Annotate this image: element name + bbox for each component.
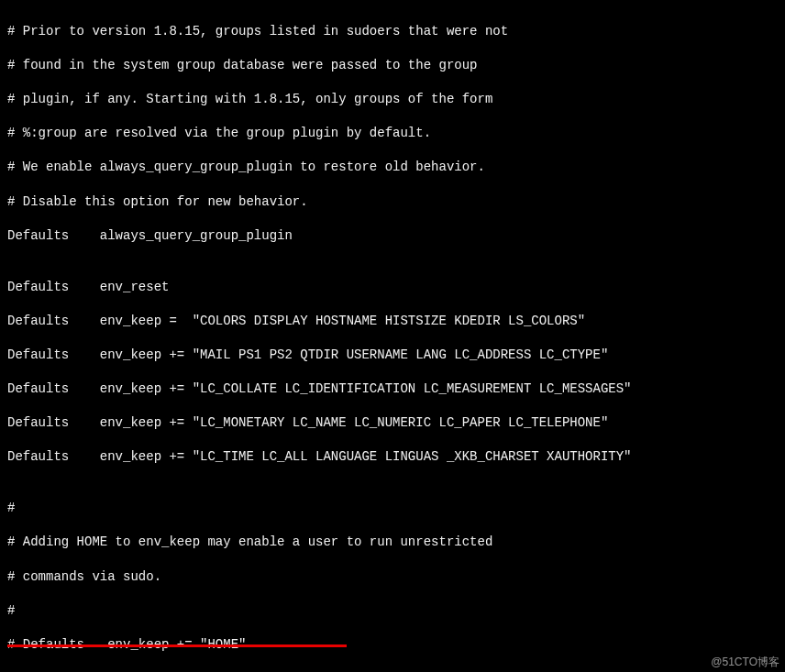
config-line: # commands via sudo. bbox=[7, 568, 778, 586]
config-line: # %:group are resolved via the group plu… bbox=[7, 125, 778, 142]
config-line: # Adding HOME to env_keep may enable a u… bbox=[7, 534, 778, 551]
config-line: Defaults env_keep += "MAIL PS1 PS2 QTDIR… bbox=[7, 347, 778, 364]
config-line: Defaults env_reset bbox=[7, 279, 778, 296]
config-line: Defaults env_keep += "LC_TIME LC_ALL LAN… bbox=[7, 448, 778, 466]
annotation-underline bbox=[7, 644, 347, 647]
config-line: # Prior to version 1.8.15, groups listed… bbox=[7, 23, 778, 40]
config-line: # Disable this option for new behavior. bbox=[7, 193, 778, 211]
config-line: # plugin, if any. Starting with 1.8.15, … bbox=[7, 91, 778, 108]
config-line: Defaults env_keep += "LC_MONETARY LC_NAM… bbox=[7, 414, 778, 432]
config-line: # found in the system group database wer… bbox=[7, 57, 778, 74]
watermark: @51CTO博客 bbox=[711, 655, 779, 670]
config-line: # bbox=[7, 602, 778, 620]
terminal-editor[interactable]: # Prior to version 1.8.15, groups listed… bbox=[0, 0, 785, 672]
config-line: # bbox=[7, 500, 778, 517]
config-line: Defaults env_keep = "COLORS DISPLAY HOST… bbox=[7, 313, 778, 330]
config-line: Defaults always_query_group_plugin bbox=[7, 227, 778, 245]
config-line: # We enable always_query_group_plugin to… bbox=[7, 159, 778, 176]
config-line: Defaults env_keep += "LC_COLLATE LC_IDEN… bbox=[7, 380, 778, 398]
